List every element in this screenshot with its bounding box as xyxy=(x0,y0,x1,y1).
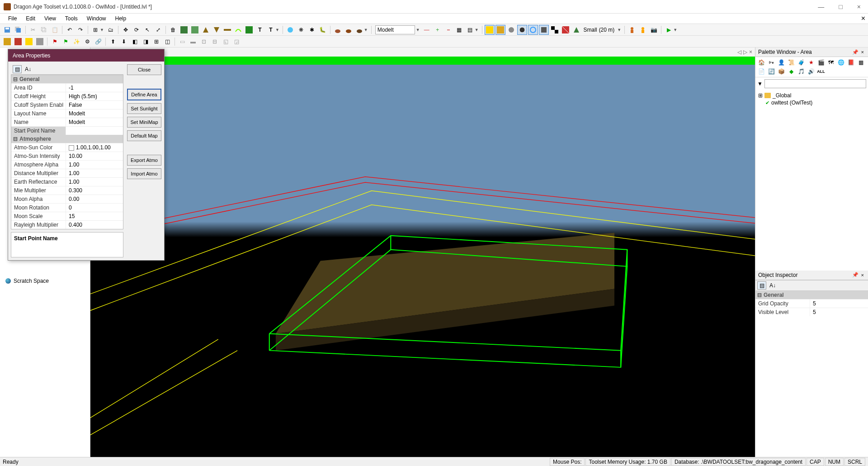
inspector-cat-general[interactable]: ⊟General xyxy=(755,291,868,299)
trash-icon[interactable]: 🗑 xyxy=(168,25,178,35)
terrain-raise-icon[interactable] xyxy=(201,25,211,35)
row-mie[interactable]: Mie Multiplier0.300 xyxy=(11,186,123,195)
p-globe-icon[interactable]: 🌐 xyxy=(836,58,845,67)
render-i-icon[interactable] xyxy=(571,25,581,35)
p-chest-icon[interactable]: 🧳 xyxy=(797,58,806,67)
mound-a-icon[interactable] xyxy=(333,25,343,35)
paste-icon[interactable]: 📋 xyxy=(50,25,60,35)
minimize-button[interactable]: — xyxy=(814,1,828,12)
inspector-row-visible-level[interactable]: Visible Level 5 xyxy=(755,308,868,316)
render-h-icon[interactable] xyxy=(561,25,571,35)
set-minimap-button[interactable]: Set MiniMap xyxy=(127,117,161,128)
palette-tree[interactable]: ⊞ _Global ✔ owltest (OwlTest) xyxy=(755,90,868,271)
categorized-icon[interactable]: ▤ xyxy=(13,65,22,73)
layers-icon[interactable]: ▤ xyxy=(465,25,475,35)
pin-icon[interactable]: 📌 xyxy=(851,49,860,55)
camera-icon[interactable]: 📷 xyxy=(649,25,659,35)
dropdown-icon[interactable]: ▼ xyxy=(617,28,621,32)
terrain-b-icon[interactable] xyxy=(190,25,200,35)
bug-icon[interactable]: 🐛 xyxy=(318,25,328,35)
b3-icon[interactable]: ◧ xyxy=(130,37,140,47)
c5-icon[interactable]: ◱ xyxy=(221,37,231,47)
maximize-button[interactable]: □ xyxy=(835,1,846,12)
3d-viewport[interactable] xyxy=(90,65,755,457)
menu-tools[interactable]: Tools xyxy=(61,14,82,23)
dropdown-icon[interactable]: ▼ xyxy=(416,28,420,32)
row-earth-refl[interactable]: Earth Reflectance1.00 xyxy=(11,177,123,186)
menu-window[interactable]: Window xyxy=(82,14,111,23)
import-atmo-button[interactable]: Import Atmo xyxy=(127,168,161,179)
p-person-icon[interactable]: 👤 xyxy=(777,58,786,67)
terrain-a-icon[interactable] xyxy=(179,25,189,35)
grid-opacity-value[interactable]: 5 xyxy=(810,300,868,308)
p-home-icon[interactable]: 🏠 xyxy=(757,58,766,67)
redo-icon[interactable]: ↷ xyxy=(75,25,85,35)
p-star-icon[interactable]: ★ xyxy=(807,58,816,67)
grid-icon[interactable]: ▦ xyxy=(454,25,464,35)
bold-minus-icon[interactable]: − xyxy=(443,25,453,35)
a1-icon[interactable] xyxy=(2,37,12,47)
terrain-paint-icon[interactable] xyxy=(244,25,254,35)
row-start-point[interactable]: Start Point Name xyxy=(11,126,123,135)
render-a-icon[interactable] xyxy=(485,25,495,35)
a4-icon[interactable] xyxy=(35,37,45,47)
move-icon[interactable]: ✥ xyxy=(121,25,131,35)
flag-green-icon[interactable]: ⚑ xyxy=(61,37,71,47)
save-all-icon[interactable] xyxy=(13,25,23,35)
water-icon[interactable] xyxy=(285,25,295,35)
collapse-icon[interactable]: ⊟ xyxy=(13,76,18,82)
row-area-id[interactable]: Area ID-1 xyxy=(11,83,123,92)
dropdown-icon[interactable]: ▼ xyxy=(275,28,279,32)
p-film-icon[interactable]: 🎬 xyxy=(816,58,826,67)
close-doc-icon[interactable]: × xyxy=(749,49,752,55)
b1-icon[interactable]: ⬆ xyxy=(108,37,118,47)
flag-red-icon[interactable]: ⚑ xyxy=(50,37,60,47)
p-map-icon[interactable]: 🗺 xyxy=(826,58,835,67)
render-f-icon[interactable] xyxy=(539,25,549,35)
render-c-icon[interactable] xyxy=(506,25,516,35)
text-icon[interactable]: T xyxy=(255,25,265,35)
a2-icon[interactable] xyxy=(13,37,23,47)
palette-node-global[interactable]: ⊞ _Global xyxy=(758,92,865,99)
copy-icon[interactable]: ⿻ xyxy=(39,25,49,35)
mound-c-icon[interactable] xyxy=(354,25,364,35)
scratch-space-node[interactable]: Scratch Space xyxy=(3,276,87,285)
b6-icon[interactable]: ◫ xyxy=(162,37,172,47)
play-icon[interactable]: ▶ xyxy=(664,25,674,35)
row-cutoff-system[interactable]: Cutoff System EnablFalse xyxy=(11,100,123,109)
b4-icon[interactable]: ◨ xyxy=(141,37,151,47)
close-icon[interactable]: × xyxy=(860,49,865,55)
row-moon-alpha[interactable]: Moon Alpha0.00 xyxy=(11,195,123,203)
prev-doc-icon[interactable]: ◁ xyxy=(737,49,741,55)
palette-node-owltest[interactable]: ✔ owltest (OwlTest) xyxy=(758,99,865,106)
person-a-icon[interactable] xyxy=(627,25,637,35)
person-b-icon[interactable] xyxy=(638,25,648,35)
save-icon[interactable] xyxy=(2,25,12,35)
row-rayleigh[interactable]: Rayleigh Multiplier0.400 xyxy=(11,220,123,229)
collapse-icon[interactable]: ⊟ xyxy=(13,136,18,142)
cut-icon[interactable]: ✂ xyxy=(28,25,38,35)
next-doc-icon[interactable]: ▷ xyxy=(743,49,747,55)
inspector-row-grid-opacity[interactable]: Grid Opacity 5 xyxy=(755,299,868,308)
row-moon-rot[interactable]: Moon Rotation0 xyxy=(11,203,123,212)
p-scroll-icon[interactable]: 📜 xyxy=(787,58,796,67)
terrain-lower-icon[interactable] xyxy=(212,25,222,35)
c6-icon[interactable]: ◲ xyxy=(231,37,241,47)
p-b4-icon[interactable]: 📦 xyxy=(777,67,786,76)
c4-icon[interactable]: ⊟ xyxy=(210,37,220,47)
row-dist-mult[interactable]: Distance Multiplier1.00 xyxy=(11,169,123,177)
chevron-down-icon[interactable]: ▼ xyxy=(757,81,763,87)
pin-icon[interactable]: 📌 xyxy=(851,272,860,278)
row-cutoff-height[interactable]: Cutoff HeightHigh (5.5m) xyxy=(11,92,123,100)
p-b3-icon[interactable]: 🔄 xyxy=(767,67,776,76)
splat2-icon[interactable]: ✱ xyxy=(307,25,317,35)
menu-help[interactable]: Help xyxy=(111,14,131,23)
render-g-icon[interactable] xyxy=(550,25,560,35)
close-window-button[interactable]: × xyxy=(854,1,864,12)
p-b5-icon[interactable]: ◆ xyxy=(787,67,796,76)
a3-icon[interactable] xyxy=(24,37,34,47)
render-d-icon[interactable] xyxy=(517,25,527,35)
cat-general[interactable]: ⊟General xyxy=(11,75,123,83)
p-book-icon[interactable]: 📕 xyxy=(846,58,855,67)
set-sunlight-button[interactable]: Set Sunlight xyxy=(127,103,161,114)
